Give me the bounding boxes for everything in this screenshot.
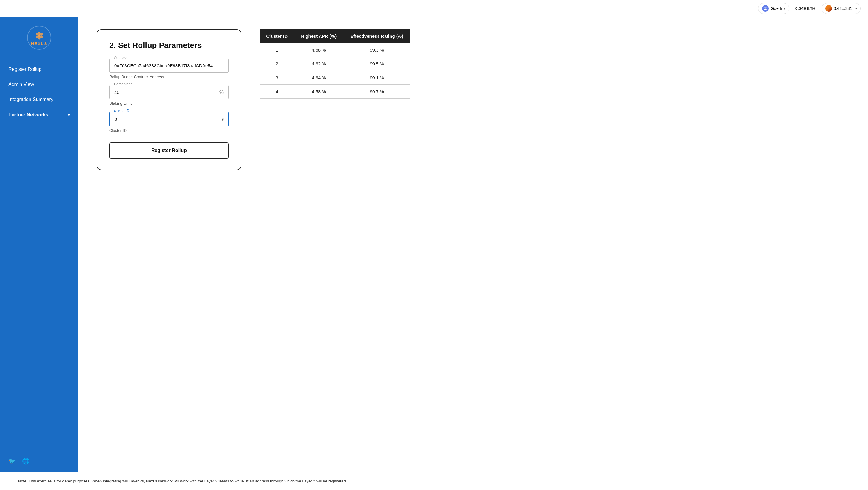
logo-circle: NEXUS [27,26,51,50]
col-header-cluster-id: Cluster ID [260,29,294,43]
logo-area: NEXUS [0,17,79,56]
cluster-id-label: cluster ID [113,109,131,113]
layout: NEXUS Register Rollup Admin View Integra… [0,17,868,472]
cell-highest_apr: 4.58 % [294,85,343,99]
percentage-field-group: Percentage % Staking Limit [109,85,229,106]
logo-text: NEXUS [31,41,48,46]
sidebar-item-partner-networks[interactable]: Partner Networks ▾ [0,107,79,123]
cell-cluster_id: 1 [260,43,294,57]
cluster-table-container: Cluster ID Highest APR (%) Effectiveness… [259,29,410,99]
percentage-label: Percentage [113,82,134,86]
network-name: Goerli [771,6,782,11]
wallet-address: 0xf2...341f [834,6,854,11]
cell-cluster_id: 4 [260,85,294,99]
address-description: Rollup Bridge Contract Address [109,74,229,79]
cell-effectiveness: 99.5 % [343,57,410,71]
cell-highest_apr: 4.62 % [294,57,343,71]
cell-highest_apr: 4.68 % [294,43,343,57]
table-row: 44.58 %99.7 % [260,85,410,99]
network-chevron-icon: ▾ [784,7,785,10]
sidebar-item-admin-view[interactable]: Admin View [0,77,79,92]
register-rollup-button[interactable]: Register Rollup [109,142,229,159]
svg-point-6 [38,34,41,37]
note-text: Note: This exercise is for demo purposes… [18,479,346,483]
cell-highest_apr: 4.64 % [294,71,343,85]
topbar: Ξ Goerli ▾ 0.049 ETH 0xf2...341f ▾ [0,0,868,17]
form-title: 2. Set Rollup Parameters [109,41,229,50]
address-input[interactable] [109,59,229,73]
wallet-button[interactable]: 0xf2...341f ▾ [822,3,861,14]
cell-cluster_id: 3 [260,71,294,85]
cell-effectiveness: 99.1 % [343,71,410,85]
table-header-row: Cluster ID Highest APR (%) Effectiveness… [260,29,410,43]
note-bar: Note: This exercise is for demo purposes… [0,472,868,490]
col-header-effectiveness: Effectiveness Rating (%) [343,29,410,43]
cluster-id-select-wrapper: 1 2 3 4 ▾ [109,111,229,126]
cluster-description: Cluster ID [109,128,229,133]
eth-balance: 0.049 ETH [792,4,819,13]
cluster-id-field-group: cluster ID 1 2 3 4 ▾ Cluster ID [109,111,229,133]
network-icon: Ξ [762,5,769,12]
cluster-id-select[interactable]: 1 2 3 4 [110,112,228,126]
col-header-highest-apr: Highest APR (%) [294,29,343,43]
percentage-input-wrapper: % [109,85,229,99]
staking-description: Staking Limit [109,101,229,106]
sidebar: NEXUS Register Rollup Admin View Integra… [0,17,79,472]
network-selector[interactable]: Ξ Goerli ▾ [758,3,789,14]
cell-effectiveness: 99.7 % [343,85,410,99]
sidebar-item-integration-summary[interactable]: Integration Summary [0,92,79,107]
sidebar-footer: 🐦 🌐 [0,450,79,472]
set-rollup-parameters-card: 2. Set Rollup Parameters Address Rollup … [97,29,242,170]
cluster-table: Cluster ID Highest APR (%) Effectiveness… [259,29,410,99]
globe-icon[interactable]: 🌐 [22,457,30,465]
logo-flower-icon [34,30,45,41]
cell-cluster_id: 2 [260,57,294,71]
sidebar-item-register-rollup[interactable]: Register Rollup [0,62,79,77]
partner-networks-chevron-icon: ▾ [68,112,70,118]
sidebar-nav: Register Rollup Admin View Integration S… [0,56,79,450]
twitter-icon[interactable]: 🐦 [8,457,16,465]
cell-effectiveness: 99.3 % [343,43,410,57]
address-label: Address [113,56,129,60]
table-row: 34.64 %99.1 % [260,71,410,85]
wallet-avatar [826,5,832,12]
table-row: 14.68 %99.3 % [260,43,410,57]
percentage-input[interactable] [110,86,219,99]
content-row: 2. Set Rollup Parameters Address Rollup … [97,29,850,170]
table-row: 24.62 %99.5 % [260,57,410,71]
main-content: 2. Set Rollup Parameters Address Rollup … [79,17,868,472]
address-field-group: Address Rollup Bridge Contract Address [109,59,229,79]
percentage-suffix: % [219,90,228,95]
wallet-chevron-icon: ▾ [855,7,857,10]
